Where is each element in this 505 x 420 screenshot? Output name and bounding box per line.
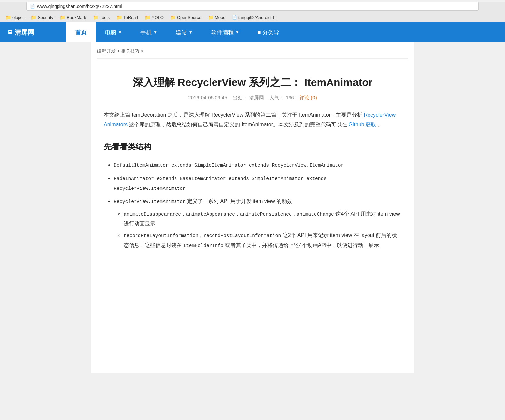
bookmark-label: BookMark (67, 15, 86, 20)
folder-icon: 📁 (60, 15, 65, 20)
nav-arrow-icon: ▼ (235, 30, 239, 35)
folder-icon: 📁 (170, 15, 176, 20)
bookmark-item[interactable]: 📁Mooc (205, 14, 228, 21)
nav-arrow-icon: ▼ (153, 30, 157, 35)
nav-item[interactable]: 电脑▼ (96, 22, 131, 42)
article-intro: 本文继上篇ItemDecoration 之后，是深入理解 RecyclerVie… (104, 110, 401, 130)
article-source-label: 出处： (233, 95, 248, 100)
breadcrumb-link-1[interactable]: 编程开发 (97, 48, 116, 54)
breadcrumb-link-2[interactable]: 相关技巧 (121, 48, 139, 54)
article-source: 清屏网 (249, 95, 264, 100)
folder-icon: 📁 (208, 15, 214, 20)
bookmark-label: OpenSource (177, 15, 201, 20)
breadcrumb: 编程开发 > 相关技巧 > (97, 42, 408, 59)
bookmark-item[interactable]: 📁Security (28, 14, 56, 21)
logo-icon: 🖥 (7, 29, 13, 36)
site-nav: 首页电脑▼手机▼建站▼软件编程▼≡ 分类导 (66, 22, 505, 42)
bookmark-label: Security (38, 15, 53, 20)
bookmark-item[interactable]: 📁ToRead (114, 14, 141, 21)
folder-icon: 📁 (93, 15, 98, 20)
nav-arrow-icon: ▼ (118, 30, 122, 35)
list-item: FadeInAnimator extends BaseItemAnimator … (114, 173, 401, 193)
nav-item[interactable]: 手机▼ (131, 22, 167, 42)
bookmark-label: tangqi92/Android-Ti (238, 15, 276, 20)
list-item: DefaultItemAnimator extends SimpleItemAn… (114, 160, 401, 170)
bookmark-item[interactable]: 📁YOLO (142, 14, 166, 21)
nav-arrow-icon: ▼ (189, 30, 193, 35)
list-item: animateDisappearance，animateAppearance，a… (124, 209, 401, 229)
article: 深入理解 RecyclerView 系列之二： ItemAnimator 201… (97, 68, 408, 250)
nav-item[interactable]: 软件编程▼ (202, 22, 249, 42)
folder-icon: 📁 (5, 15, 11, 20)
folder-icon: 📁 (145, 15, 150, 20)
bookmark-label: Mooc (215, 15, 225, 20)
article-popularity-label: 人气： (269, 95, 284, 100)
list-item: RecyclerView.ItemAnimator 定义了一系列 API 用于开… (114, 196, 401, 250)
page-icon: 📄 (232, 15, 237, 20)
address-text: www.qingpingshan.com/bc/xg/72227.html (37, 4, 122, 9)
bookmark-label: Tools (100, 15, 110, 20)
folder-icon: 📁 (31, 15, 36, 20)
bookmark-item[interactable]: 📁eloper (3, 14, 27, 21)
page-icon: 📄 (30, 4, 35, 9)
site-logo[interactable]: 🖥 清屏网 (0, 22, 66, 42)
article-title: 深入理解 RecyclerView 系列之二： ItemAnimator (104, 68, 401, 95)
article-meta: 2016-04-05 09:45 出处： 清屏网 人气： 196 评论 (0) (104, 95, 401, 101)
logo-text: 清屏网 (15, 28, 34, 37)
site-header: 🖥 清屏网 首页电脑▼手机▼建站▼软件编程▼≡ 分类导 (0, 22, 505, 42)
page-wrapper: 编程开发 > 相关技巧 > 深入理解 RecyclerView 系列之二： It… (91, 42, 414, 373)
bookmark-label: YOLO (152, 15, 164, 20)
nav-item[interactable]: 建站▼ (167, 22, 202, 42)
bookmark-item[interactable]: 📁Tools (90, 14, 112, 21)
browser-chrome: 📄 www.qingpingshan.com/bc/xg/72227.html … (0, 2, 505, 22)
sub-list: animateDisappearance，animateAppearance，a… (124, 209, 401, 250)
bookmarks-bar: 📁eloper📁Security📁BookMark📁Tools📁ToRead📁Y… (0, 13, 505, 22)
list-item: recordPreLayoutInformation，recordPostLay… (124, 231, 401, 250)
nav-item[interactable]: 首页 (66, 22, 96, 42)
article-body: 本文继上篇ItemDecoration 之后，是深入理解 RecyclerVie… (104, 110, 401, 250)
bookmark-item[interactable]: 📄tangqi92/Android-Ti (229, 14, 278, 21)
nav-item[interactable]: ≡ 分类导 (249, 22, 289, 42)
bookmark-label: ToRead (123, 15, 138, 20)
article-popularity: 196 (286, 95, 294, 100)
bookmark-item[interactable]: 📁OpenSource (168, 14, 204, 21)
github-link[interactable]: Github 获取 (349, 122, 376, 127)
class-structure-list: DefaultItemAnimator extends SimpleItemAn… (114, 160, 401, 250)
article-comment-link[interactable]: 评论 (0) (299, 95, 317, 100)
section1-title: 先看看类结构 (104, 140, 401, 154)
article-date: 2016-04-05 09:45 (188, 95, 227, 100)
bookmark-item[interactable]: 📁BookMark (57, 14, 89, 21)
bookmark-label: eloper (12, 15, 24, 20)
address-bar[interactable]: 📄 www.qingpingshan.com/bc/xg/72227.html (26, 2, 479, 11)
folder-icon: 📁 (116, 15, 122, 20)
